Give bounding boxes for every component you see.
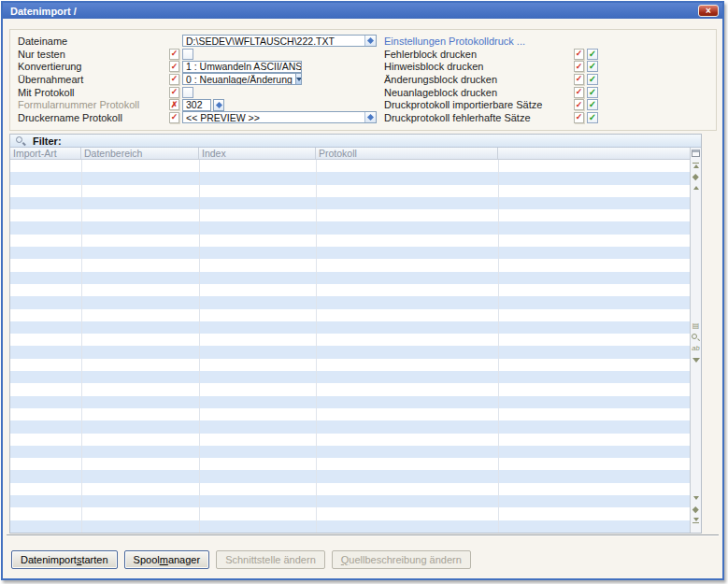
filter-funnel-icon[interactable] bbox=[692, 354, 700, 365]
importierbare-saetze-checkbox[interactable]: ✓ bbox=[587, 99, 598, 110]
form-row-mit-protokoll: Mit Protokoll ✓ bbox=[18, 86, 377, 99]
aenderungsblock-label: Änderungsblock drucken bbox=[384, 74, 574, 85]
table-row[interactable] bbox=[10, 346, 690, 358]
table-row[interactable] bbox=[10, 334, 690, 346]
column-header-datenbereich[interactable]: Datenbereich bbox=[81, 148, 199, 159]
table-row[interactable] bbox=[10, 197, 690, 209]
scroll-to-bottom-icon[interactable] bbox=[692, 515, 699, 526]
field-active-check-icon[interactable]: ✓ bbox=[169, 74, 179, 85]
scroll-up-icon[interactable] bbox=[693, 182, 699, 193]
filter-bar[interactable]: Filter: bbox=[10, 135, 701, 148]
field-active-check-icon[interactable]: ✓ bbox=[574, 99, 584, 110]
table-row[interactable] bbox=[10, 495, 690, 507]
field-active-check-icon[interactable]: ✓ bbox=[574, 61, 584, 72]
field-active-check-icon[interactable]: ✓ bbox=[169, 49, 179, 60]
aenderungsblock-checkbox[interactable]: ✓ bbox=[587, 74, 598, 85]
field-active-check-icon[interactable]: ✓ bbox=[169, 87, 179, 98]
mit-protokoll-checkbox[interactable] bbox=[182, 87, 193, 98]
konvertierung-dropdown[interactable]: 1 : Umwandeln ASCII/ANSI bbox=[182, 61, 302, 73]
formularnummer-spinner-button[interactable] bbox=[213, 99, 224, 111]
table-row[interactable] bbox=[10, 371, 690, 383]
table-row[interactable] bbox=[10, 520, 690, 533]
field-active-check-icon[interactable]: ✓ bbox=[574, 49, 584, 60]
table-row[interactable] bbox=[10, 408, 690, 420]
field-active-check-icon[interactable]: ✓ bbox=[574, 87, 584, 98]
column-header-protokoll[interactable]: Protokoll bbox=[316, 148, 498, 159]
column-header-index[interactable]: Index bbox=[199, 148, 316, 159]
dateiname-lookup-button[interactable] bbox=[364, 36, 376, 46]
table-row[interactable] bbox=[10, 296, 690, 308]
neuanlageblock-checkbox[interactable]: ✓ bbox=[587, 87, 598, 98]
druckername-field[interactable]: << PREVIEW >> bbox=[182, 111, 377, 123]
hinweisblock-label: Hinweisblock drucken bbox=[384, 61, 574, 72]
druckername-value: << PREVIEW >> bbox=[183, 112, 364, 122]
table-row[interactable] bbox=[10, 420, 690, 433]
table-row[interactable] bbox=[10, 172, 690, 184]
protocol-print-column: Einstellungen Protokolldruck ... Fehlerb… bbox=[384, 35, 598, 124]
scroll-down-icon[interactable] bbox=[693, 492, 699, 504]
table-row[interactable] bbox=[10, 235, 690, 247]
dateiname-label: Dateiname bbox=[18, 36, 169, 47]
field-active-check-icon[interactable]: ✓ bbox=[169, 61, 179, 72]
table-header: Import-Art Datenbereich Index Protokoll bbox=[10, 148, 690, 160]
fehlerblock-label: Fehlerblock drucken bbox=[384, 49, 574, 60]
uebernahmeart-dropdown[interactable]: 0 : Neuanlage/Änderung bbox=[182, 73, 302, 85]
protocol-row: Druckprotokoll importierbare Sätze ✓ ✓ bbox=[384, 98, 598, 111]
fehlerhafte-saetze-checkbox[interactable]: ✓ bbox=[587, 112, 598, 123]
column-divider bbox=[81, 160, 82, 533]
field-active-check-icon[interactable]: ✓ bbox=[574, 112, 584, 123]
column-header-import-art[interactable]: Import-Art bbox=[10, 148, 81, 159]
table-row[interactable] bbox=[10, 470, 690, 482]
protocol-print-settings-link[interactable]: Einstellungen Protokolldruck ... bbox=[384, 36, 525, 47]
table-row[interactable] bbox=[10, 221, 690, 234]
window-title: Datenimport / bbox=[10, 6, 77, 17]
table-row[interactable] bbox=[10, 458, 690, 470]
table-row[interactable] bbox=[10, 359, 690, 371]
druckername-lookup-button[interactable] bbox=[364, 112, 376, 122]
table-row[interactable] bbox=[10, 209, 690, 221]
table-row[interactable] bbox=[10, 272, 690, 284]
datenimport-window: Datenimport / × Dateiname D:\SEDEV\WFLTA… bbox=[1, 1, 724, 580]
table-row[interactable] bbox=[10, 160, 690, 172]
column-chooser-icon[interactable] bbox=[692, 150, 700, 157]
grid-scrollbar[interactable]: ▤ ab bbox=[690, 148, 701, 533]
table-row[interactable] bbox=[10, 507, 690, 520]
nur-testen-checkbox[interactable] bbox=[182, 49, 193, 60]
grid-body[interactable] bbox=[10, 160, 690, 533]
table-row[interactable] bbox=[10, 446, 690, 458]
table-row[interactable] bbox=[10, 247, 690, 259]
mit-protokoll-label: Mit Protokoll bbox=[18, 87, 169, 98]
table-row[interactable] bbox=[10, 396, 690, 408]
table-row[interactable] bbox=[10, 483, 690, 495]
close-icon: × bbox=[706, 7, 711, 16]
datenimport-starten-button[interactable]: Datenimport starten bbox=[11, 550, 118, 569]
table-row[interactable] bbox=[10, 434, 690, 446]
scroll-page-up-icon[interactable] bbox=[693, 171, 698, 182]
table-view-icon[interactable]: ▤ bbox=[692, 320, 700, 332]
spoolmanager-button[interactable]: Spoolmanager bbox=[124, 550, 210, 569]
fehlerblock-checkbox[interactable]: ✓ bbox=[587, 49, 598, 60]
dateiname-field[interactable]: D:\SEDEV\WFLTAUSCH\222.TXT bbox=[182, 35, 377, 47]
hinweisblock-checkbox[interactable]: ✓ bbox=[587, 61, 598, 72]
protocol-row: Druckprotokoll fehlerhafte Sätze ✓ ✓ bbox=[384, 111, 598, 124]
field-inactive-cross-icon[interactable]: ✗ bbox=[169, 99, 179, 110]
table-row[interactable] bbox=[10, 383, 690, 395]
scroll-to-top-icon[interactable] bbox=[692, 160, 699, 171]
table-row[interactable] bbox=[10, 259, 690, 271]
form-row-dateiname: Dateiname D:\SEDEV\WFLTAUSCH\222.TXT bbox=[18, 35, 377, 48]
field-active-check-icon[interactable]: ✓ bbox=[574, 74, 584, 85]
column-header-empty[interactable] bbox=[498, 148, 690, 159]
text-search-icon[interactable]: ab bbox=[692, 343, 699, 354]
table-row[interactable] bbox=[10, 185, 690, 197]
table-row[interactable] bbox=[10, 321, 690, 334]
table-row[interactable] bbox=[10, 309, 690, 321]
table-row[interactable] bbox=[10, 284, 690, 296]
field-active-check-icon[interactable]: ✓ bbox=[169, 112, 179, 123]
formularnummer-field[interactable]: 302 bbox=[182, 99, 211, 111]
search-record-icon[interactable] bbox=[692, 332, 700, 343]
lookup-diamond-icon bbox=[367, 37, 374, 44]
scroll-page-down-icon[interactable] bbox=[693, 504, 698, 515]
close-button[interactable]: × bbox=[698, 5, 719, 17]
uebernahmeart-dropdown-button[interactable] bbox=[295, 74, 302, 84]
titlebar[interactable]: Datenimport / × bbox=[3, 3, 722, 19]
